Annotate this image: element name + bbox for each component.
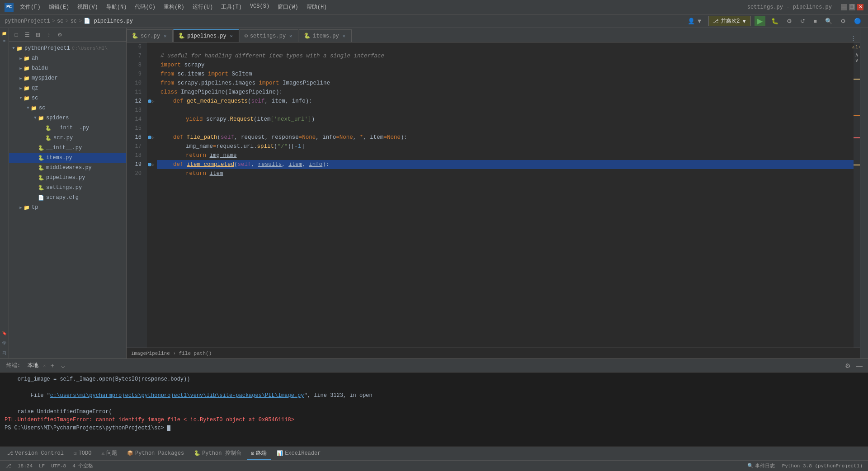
learn2-icon[interactable]: 习	[1, 349, 8, 357]
tree-myspider[interactable]: ▶ 📁 myspider	[9, 73, 126, 83]
tree-spiders[interactable]: ▼ 📁 spiders	[9, 113, 126, 123]
bottom-tab-terminal[interactable]: ⊡ 终端	[247, 447, 272, 460]
tree-init1[interactable]: 🐍 __init__.py	[9, 123, 126, 133]
reload-button[interactable]: ↺	[798, 17, 807, 25]
settings-button[interactable]: ⚙	[838, 17, 848, 25]
code-editor[interactable]: 6 7 8 9 10 11 12 13 14 15 16 17 18 19 20	[127, 42, 860, 348]
menu-navigate[interactable]: 导航(N)	[103, 2, 131, 12]
fold-12[interactable]: ▷	[152, 99, 154, 104]
tree-layout-button[interactable]: □	[12, 30, 21, 39]
crumb-sc1[interactable]: sc	[57, 18, 63, 24]
encoding-status[interactable]: UTF-8	[49, 463, 68, 469]
plugins-button[interactable]: 🔵	[852, 17, 863, 25]
breadcrumb: pythonProject1 > sc > sc > 📄 pipelines.p…	[5, 18, 133, 24]
line-col-status[interactable]: 18:24	[16, 463, 34, 469]
tree-settings-button[interactable]: ⚙	[55, 30, 64, 39]
bottom-tab-vcs-label: Version Control	[15, 450, 64, 457]
terminal-more-button[interactable]: ⌵	[59, 362, 66, 369]
crumb-file[interactable]: 📄 pipelines.py	[84, 18, 133, 24]
tree-pipelines[interactable]: 🐍 pipelines.py	[9, 173, 126, 183]
tab-items[interactable]: 🐍 items.py ✕	[299, 29, 352, 42]
tab-more-button[interactable]: ⋮	[847, 35, 860, 42]
terminal-settings-button[interactable]: ⚙	[843, 362, 853, 369]
expand-arrow: ▼	[25, 105, 31, 111]
tree-expand-button[interactable]: ⊞	[33, 30, 42, 39]
terminal-tab-close[interactable]: ✕	[43, 363, 46, 368]
bottom-tab-vcs[interactable]: ⎇ Version Control	[3, 448, 68, 459]
tree-sc-inner[interactable]: ▼ 📁 sc	[9, 103, 126, 113]
tree-items-py[interactable]: 🐍 items.py	[9, 153, 126, 163]
user-button[interactable]: 👤 ▼	[685, 17, 704, 25]
search-button[interactable]: 🔍	[823, 17, 835, 25]
line-sep-status[interactable]: LF	[37, 463, 47, 469]
interpreter-status[interactable]: Python 3.8 (pythonProject1)	[780, 463, 864, 469]
tree-scroll-button[interactable]: ↕	[44, 30, 53, 39]
run-button[interactable]: ▶	[755, 16, 765, 26]
tree-sc-outer[interactable]: ▼ 📁 sc	[9, 93, 126, 103]
event-log-button[interactable]: 🔍 事件日志	[745, 462, 777, 469]
tree-middlewares[interactable]: 🐍 middlewares.py	[9, 163, 126, 173]
menu-help[interactable]: 帮助(H)	[303, 2, 331, 12]
terminal-add-button[interactable]: ＋	[47, 362, 57, 370]
term-link[interactable]: c:\users\mi\pycharmprojects\pythonprojec…	[50, 392, 304, 399]
code-content[interactable]: # useful for handling different item typ…	[157, 42, 854, 348]
crumb-project[interactable]: pythonProject1	[5, 18, 50, 24]
tree-collapse-button[interactable]: ☰	[23, 30, 32, 39]
menu-run[interactable]: 运行(U)	[189, 2, 217, 12]
stop-button[interactable]: ■	[811, 17, 819, 25]
tree-tp[interactable]: ▶ 📁 tp	[9, 203, 126, 212]
down-arrow-icon[interactable]: ∨	[855, 57, 858, 64]
menu-window[interactable]: 窗口(W)	[274, 2, 302, 12]
tree-qz[interactable]: ▶ 📁 qz	[9, 83, 126, 93]
indent-status[interactable]: 4 个空格	[71, 462, 95, 469]
keyword: from	[160, 70, 174, 79]
project-icon[interactable]: 📁	[1, 30, 8, 37]
tab-pipelines[interactable]: 🐍 pipelines.py ✕	[173, 29, 239, 42]
bottom-tab-problems[interactable]: ⚠ 问题	[97, 447, 122, 460]
run-config-button[interactable]: ⚙	[784, 17, 794, 25]
terminal-minimize-button[interactable]: —	[854, 362, 864, 369]
menu-edit[interactable]: 编辑(E)	[45, 2, 73, 12]
terminal-content[interactable]: orig_image = self._Image.open(BytesIO(re…	[0, 372, 868, 447]
tab-scr[interactable]: 🐍 scr.py ✕	[127, 29, 173, 42]
fold-16[interactable]: ▷	[152, 135, 154, 140]
tree-hide-button[interactable]: —	[66, 30, 75, 39]
nav-bar: pythonProject1 > sc > sc > 📄 pipelines.p…	[0, 14, 868, 28]
menu-file[interactable]: 文件(F)	[16, 2, 44, 12]
menu-refactor[interactable]: 重构(R)	[160, 2, 188, 12]
tree-root[interactable]: ▼ 📁 pythonProject1 C:\Users\MI\	[9, 43, 126, 53]
tab-close[interactable]: ✕	[341, 33, 347, 39]
tab-settings[interactable]: ⚙ settings.py ✕	[240, 29, 298, 42]
tree-scrapy-cfg[interactable]: 📄 scrapy.cfg	[9, 193, 126, 203]
minimize-button[interactable]: —	[841, 4, 847, 10]
bottom-tab-packages[interactable]: 📦 Python Packages	[123, 448, 189, 459]
tab-close[interactable]: ✕	[162, 33, 168, 39]
learn1-icon[interactable]: 学	[1, 339, 8, 347]
terminal-local-tab[interactable]: 本地	[25, 361, 41, 370]
bookmarks-icon[interactable]: 🔖	[1, 330, 8, 337]
code-line-20: return item	[157, 169, 854, 178]
fold-19[interactable]: ▷	[152, 162, 154, 167]
bottom-tab-todo[interactable]: ☑ TODO	[69, 448, 96, 459]
menu-vcs[interactable]: VCS(S)	[246, 2, 273, 12]
branch-button[interactable]: ⎇ 并鑫次2 ▼	[708, 16, 751, 26]
tree-ah[interactable]: ▶ 📁 ah	[9, 53, 126, 63]
menu-tools[interactable]: 工具(T)	[217, 2, 245, 12]
tree-scr[interactable]: 🐍 scr.py	[9, 133, 126, 143]
menu-code[interactable]: 代码(C)	[131, 2, 159, 12]
close-button[interactable]: ✕	[857, 4, 863, 10]
bottom-tab-console[interactable]: 🐍 Python 控制台	[189, 447, 245, 460]
tree-baidu[interactable]: ▶ 📁 baidu	[9, 63, 126, 73]
vcs-status[interactable]: ⎇	[4, 463, 13, 469]
tab-close[interactable]: ✕	[288, 33, 293, 39]
debug-button[interactable]: 🐛	[769, 17, 781, 25]
crumb-sc2[interactable]: sc	[71, 18, 77, 24]
tree-settings[interactable]: 🐍 settings.py	[9, 183, 126, 193]
param: info	[309, 160, 322, 169]
maximize-button[interactable]: ❐	[849, 4, 855, 10]
bottom-tab-excel[interactable]: 📊 ExcelReader	[272, 448, 325, 459]
tab-close[interactable]: ✕	[229, 33, 234, 39]
tree-init2[interactable]: 🐍 __init__.py	[9, 143, 126, 153]
menu-view[interactable]: 视图(V)	[74, 2, 102, 12]
structure-icon[interactable]: ≡	[1, 38, 8, 45]
